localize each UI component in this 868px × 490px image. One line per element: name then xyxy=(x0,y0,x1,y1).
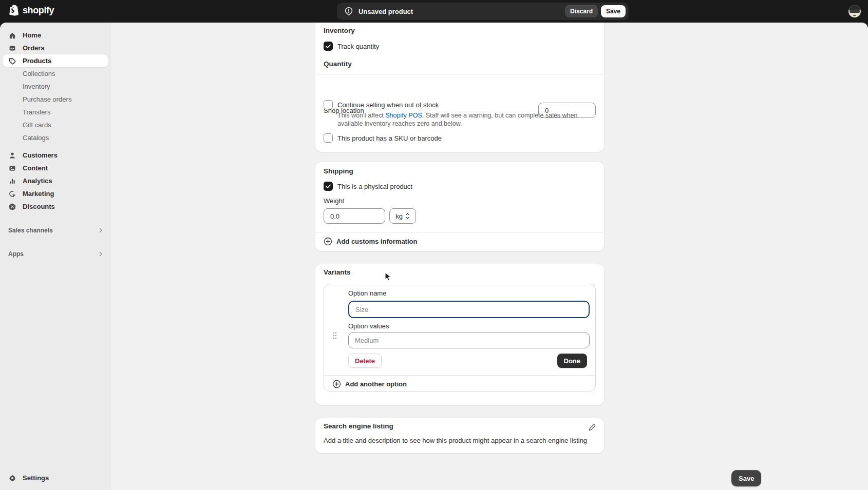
shopify-logo[interactable]: shopify xyxy=(8,4,54,16)
shopify-pos-link[interactable]: Shopify POS xyxy=(385,112,422,119)
account-avatar[interactable] xyxy=(848,5,861,17)
sidebar-item-orders[interactable]: Orders xyxy=(3,42,108,54)
gear-icon xyxy=(8,474,16,482)
variants-title: Variants xyxy=(324,268,351,276)
sku-barcode-checkbox-row[interactable]: This product has a SKU or barcode xyxy=(324,133,442,143)
shopify-bag-icon xyxy=(8,4,20,16)
customers-icon xyxy=(8,151,16,160)
option-name-label: Option name xyxy=(348,289,386,297)
orders-icon xyxy=(8,44,16,52)
variants-card: Variants Option name Option values Delet… xyxy=(315,264,604,405)
sidebar-item-collections[interactable]: Collections xyxy=(3,67,108,80)
edit-pencil-icon[interactable] xyxy=(588,423,597,432)
sidebar-item-discounts[interactable]: Discounts xyxy=(3,200,108,213)
shipping-title: Shipping xyxy=(324,167,353,175)
inventory-card: Inventory Track quantity Quantity Shop l… xyxy=(315,23,604,152)
drag-handle-icon[interactable] xyxy=(332,331,337,340)
home-icon xyxy=(8,31,16,40)
physical-product-checkbox-row[interactable]: This is a physical product xyxy=(324,182,412,191)
continue-selling-checkbox[interactable] xyxy=(324,100,333,109)
add-another-option-button[interactable]: Add another option xyxy=(332,380,407,388)
plus-circle-icon xyxy=(324,237,332,246)
topbar: shopify Unsaved product Discard Save xyxy=(0,0,868,23)
option-value-input[interactable] xyxy=(348,332,590,348)
avatar-hair xyxy=(848,5,861,10)
track-quantity-checkbox[interactable] xyxy=(324,42,333,51)
sidebar-section-apps[interactable]: Apps xyxy=(3,247,108,260)
alert-icon xyxy=(344,7,353,16)
unsaved-status-text: Unsaved product xyxy=(358,8,413,15)
delete-option-button[interactable]: Delete xyxy=(348,354,382,368)
chevron-right-icon xyxy=(98,251,104,257)
sidebar-item-settings[interactable]: Settings xyxy=(3,472,108,484)
weight-input[interactable] xyxy=(324,208,385,224)
shopify-wordmark: shopify xyxy=(23,5,54,16)
track-quantity-checkbox-row[interactable]: Track quantity xyxy=(324,42,379,51)
divider xyxy=(315,74,604,74)
add-customs-information-button[interactable]: Add customs information xyxy=(324,237,417,246)
admin-frame: Home Orders Products Collections Invento… xyxy=(0,23,868,490)
sidebar-item-gift-cards[interactable]: Gift cards xyxy=(3,119,108,131)
sidebar-item-purchase-orders[interactable]: Purchase orders xyxy=(3,93,108,106)
sidebar-item-marketing[interactable]: Marketing xyxy=(3,187,108,200)
weight-label: Weight xyxy=(324,197,344,205)
option-values-label: Option values xyxy=(348,322,389,330)
divider xyxy=(315,232,604,232)
sidebar-nav: Home Orders Products Collections Invento… xyxy=(0,23,111,490)
shipping-card: Shipping This is a physical product Weig… xyxy=(315,162,604,251)
done-option-button[interactable]: Done xyxy=(557,354,588,368)
chevron-right-icon xyxy=(98,227,104,233)
physical-product-checkbox[interactable] xyxy=(324,182,333,191)
weight-unit-select[interactable]: kg xyxy=(389,208,416,224)
variant-option-editor: Option name Option values Delete Done Ad… xyxy=(324,284,596,391)
sidebar-item-catalogs[interactable]: Catalogs xyxy=(3,131,108,144)
avatar-mouth xyxy=(853,15,856,16)
sidebar-item-content[interactable]: Content xyxy=(3,162,108,174)
discard-button[interactable]: Discard xyxy=(565,5,598,17)
sidebar-item-products[interactable]: Products xyxy=(3,54,108,67)
sidebar-item-inventory[interactable]: Inventory xyxy=(3,80,108,93)
save-button-footer[interactable]: Save xyxy=(731,470,761,486)
discounts-icon xyxy=(8,203,16,211)
sku-barcode-checkbox[interactable] xyxy=(324,133,333,143)
seo-description: Add a title and description to see how t… xyxy=(324,437,587,444)
continue-selling-note: This won't affect Shopify POS. Staff wil… xyxy=(337,112,585,128)
avatar-glasses xyxy=(850,10,860,13)
quantity-heading: Quantity xyxy=(324,60,352,68)
sidebar-item-home[interactable]: Home xyxy=(3,29,108,42)
option-name-input[interactable] xyxy=(348,301,590,318)
products-tag-icon xyxy=(8,57,16,65)
sidebar-section-sales-channels[interactable]: Sales channels xyxy=(3,224,108,237)
search-engine-listing-card: Search engine listing Add a title and de… xyxy=(315,418,604,453)
inventory-title: Inventory xyxy=(324,27,355,34)
sidebar-item-customers[interactable]: Customers xyxy=(3,149,108,162)
checkmark-icon xyxy=(324,182,333,191)
analytics-icon xyxy=(8,177,16,185)
marketing-icon xyxy=(8,190,16,198)
divider xyxy=(324,375,595,376)
sidebar-item-analytics[interactable]: Analytics xyxy=(3,174,108,187)
seo-title: Search engine listing xyxy=(324,422,393,430)
continue-selling-checkbox-row[interactable]: Continue selling when out of stock xyxy=(324,100,439,109)
sidebar-item-transfers[interactable]: Transfers xyxy=(3,106,108,119)
checkmark-icon xyxy=(324,42,333,51)
save-button-top[interactable]: Save xyxy=(601,5,626,17)
plus-circle-icon xyxy=(332,380,341,388)
stepper-chevrons-icon xyxy=(405,212,410,220)
unsaved-changes-bar: Unsaved product Discard Save xyxy=(337,3,629,20)
content-icon xyxy=(8,164,16,172)
